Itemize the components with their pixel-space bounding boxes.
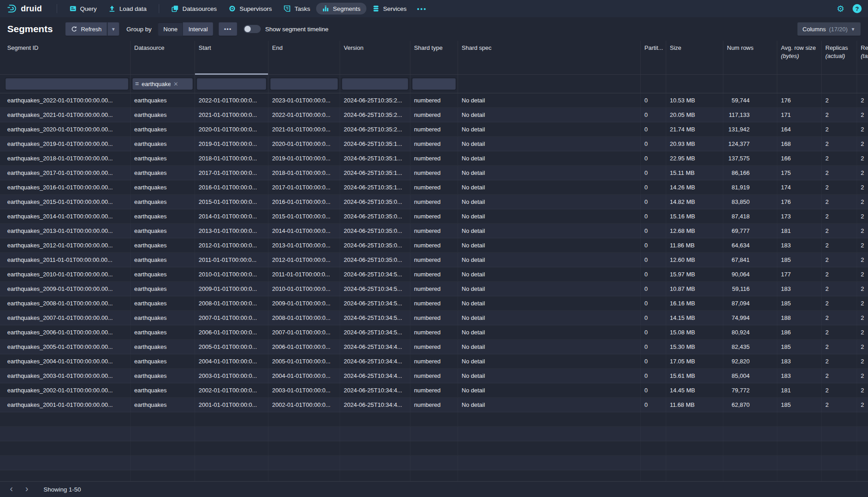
- table-row[interactable]: earthquakes_2020-01-01T00:00:00.00...ear…: [0, 122, 868, 137]
- column-header-num_rows[interactable]: Num rows: [723, 41, 777, 74]
- cell-replication_factor: [857, 441, 868, 455]
- column-header-shard_spec[interactable]: Shard spec: [458, 41, 641, 74]
- toolbar-more-button[interactable]: •••: [219, 22, 237, 36]
- table-row[interactable]: earthquakes_2005-01-01T00:00:00.00...ear…: [0, 340, 868, 354]
- table-row[interactable]: earthquakes_2011-01-01T00:00:00.00...ear…: [0, 253, 868, 267]
- cell-start: 2005-01-01T00:00:0...: [195, 340, 268, 354]
- table-row[interactable]: earthquakes_2008-01-01T00:00:00.00...ear…: [0, 296, 868, 311]
- nav-separator: [57, 4, 57, 13]
- group-by-interval-button[interactable]: Interval: [183, 22, 213, 36]
- filter-cell-segment_id: [4, 75, 131, 93]
- cell-replicas: 2: [822, 137, 857, 151]
- refresh-interval-button[interactable]: ▼: [107, 22, 119, 36]
- cell-replicas: [822, 456, 857, 470]
- table-row[interactable]: earthquakes_2012-01-01T00:00:00.00...ear…: [0, 238, 868, 253]
- cell-shard_type: [410, 456, 458, 470]
- next-page-button[interactable]: ›: [20, 483, 34, 496]
- cell-version: 2024-06-25T10:34:4...: [340, 398, 410, 412]
- table-row[interactable]: earthquakes_2004-01-01T00:00:00.00...ear…: [0, 354, 868, 369]
- cell-size: 14.82 MB: [666, 195, 723, 209]
- table-row[interactable]: earthquakes_2016-01-01T00:00:00.00...ear…: [0, 180, 868, 195]
- table-row[interactable]: earthquakes_2015-01-01T00:00:00.00...ear…: [0, 195, 868, 209]
- cell-datasource: earthquakes: [131, 296, 195, 310]
- cell-num_rows: 86,166: [723, 166, 777, 180]
- column-header-version[interactable]: Version: [340, 41, 410, 74]
- column-header-size[interactable]: Size: [666, 41, 723, 74]
- column-header-datasource[interactable]: Datasource: [131, 41, 195, 74]
- nav-item-query[interactable]: Query: [63, 3, 103, 14]
- cell-replicas: 2: [822, 180, 857, 194]
- cell-datasource: earthquakes: [131, 282, 195, 296]
- nav-item-segments[interactable]: Segments: [316, 3, 366, 14]
- settings-gear-icon[interactable]: ⚙: [837, 5, 844, 13]
- cell-avg_row_size: 175: [777, 166, 822, 180]
- cell-shard_spec: No detail: [458, 166, 641, 180]
- cell-replication_factor: 2: [857, 354, 868, 368]
- nav-item-load-data[interactable]: Load data: [102, 3, 152, 14]
- cell-avg_row_size: 176: [777, 195, 822, 209]
- filter-input-shard_type[interactable]: [412, 78, 456, 90]
- columns-count: (17/20): [829, 26, 848, 33]
- datasource-filter-tag[interactable]: =earthquake✕: [132, 78, 193, 90]
- refresh-button[interactable]: Refresh: [65, 22, 107, 36]
- column-label: Avg. row size: [781, 44, 816, 51]
- table-row[interactable]: earthquakes_2022-01-01T00:00:00.00...ear…: [0, 93, 868, 108]
- filter-input-end[interactable]: [270, 78, 338, 90]
- columns-button[interactable]: Columns (17/20) ▼: [797, 22, 861, 36]
- filter-input-segment_id[interactable]: [5, 78, 128, 90]
- nav-item-datasources[interactable]: Datasources: [166, 3, 223, 14]
- table-row[interactable]: earthquakes_2003-01-01T00:00:00.00...ear…: [0, 369, 868, 383]
- cell-datasource: earthquakes: [131, 93, 195, 107]
- cell-end: 2020-01-01T00:00:0...: [268, 137, 340, 151]
- column-header-replicas[interactable]: Replicas(actual): [822, 41, 857, 74]
- cell-segment_id: [4, 470, 131, 481]
- table-row[interactable]: earthquakes_2002-01-01T00:00:00.00...ear…: [0, 383, 868, 398]
- table-row[interactable]: earthquakes_2021-01-01T00:00:00.00...ear…: [0, 108, 868, 122]
- nav-item-tasks[interactable]: Tasks: [278, 3, 316, 14]
- column-header-avg_row_size[interactable]: Avg. row size(bytes): [777, 41, 822, 74]
- group-by-none-button[interactable]: None: [158, 22, 183, 36]
- nav-item-supervisors[interactable]: Supervisors: [223, 3, 278, 14]
- column-header-shard_type[interactable]: Shard type: [410, 41, 458, 74]
- column-header-segment_id[interactable]: Segment ID: [4, 41, 131, 74]
- table-row[interactable]: earthquakes_2019-01-01T00:00:00.00...ear…: [0, 137, 868, 151]
- filter-input-version[interactable]: [342, 78, 408, 90]
- table-row[interactable]: earthquakes_2014-01-01T00:00:00.00...ear…: [0, 209, 868, 224]
- cell-start: 2018-01-01T00:00:0...: [195, 151, 268, 165]
- column-header-end[interactable]: End: [268, 41, 340, 74]
- table-row[interactable]: earthquakes_2009-01-01T00:00:00.00...ear…: [0, 282, 868, 296]
- cell-shard_type: [410, 412, 458, 426]
- table-row[interactable]: earthquakes_2006-01-01T00:00:00.00...ear…: [0, 325, 868, 340]
- cell-end: 2009-01-01T00:00:0...: [268, 296, 340, 310]
- cell-segment_id: earthquakes_2008-01-01T00:00:00.00...: [4, 296, 131, 310]
- nav-item-label: Query: [80, 5, 97, 12]
- cell-segment_id: [4, 427, 131, 441]
- cell-avg_row_size: 177: [777, 267, 822, 281]
- table-row[interactable]: earthquakes_2010-01-01T00:00:00.00...ear…: [0, 267, 868, 282]
- nav-overflow-button[interactable]: •••: [412, 5, 431, 13]
- clear-filter-icon[interactable]: ✕: [173, 81, 178, 87]
- segment-timeline-toggle[interactable]: [244, 25, 261, 33]
- cell-num_rows: 131,942: [723, 122, 777, 136]
- cell-num_rows: 137,575: [723, 151, 777, 165]
- table-row[interactable]: earthquakes_2018-01-01T00:00:00.00...ear…: [0, 151, 868, 166]
- cell-segment_id: [4, 412, 131, 426]
- nav-item-services[interactable]: Services: [366, 3, 413, 14]
- cell-start: [195, 412, 268, 426]
- previous-page-button[interactable]: ‹: [5, 483, 18, 496]
- table-row[interactable]: earthquakes_2001-01-01T00:00:00.00...ear…: [0, 398, 868, 412]
- filter-input-start[interactable]: [197, 78, 266, 90]
- table-pad-row: [0, 470, 868, 481]
- druid-logo[interactable]: druid: [6, 3, 42, 14]
- page-title: Segments: [7, 24, 53, 34]
- column-header-partition[interactable]: Partit...: [641, 41, 666, 74]
- table-row[interactable]: earthquakes_2007-01-01T00:00:00.00...ear…: [0, 311, 868, 325]
- cell-partition: 0: [641, 224, 666, 238]
- cell-shard_spec: No detail: [458, 137, 641, 151]
- cell-segment_id: earthquakes_2012-01-01T00:00:00.00...: [4, 238, 131, 252]
- table-row[interactable]: earthquakes_2017-01-01T00:00:00.00...ear…: [0, 166, 868, 180]
- table-row[interactable]: earthquakes_2013-01-01T00:00:00.00...ear…: [0, 224, 868, 238]
- help-icon[interactable]: ?: [853, 4, 862, 13]
- column-header-replication_factor[interactable]: Replication factor(target): [857, 41, 868, 74]
- column-header-start[interactable]: Start: [195, 41, 268, 74]
